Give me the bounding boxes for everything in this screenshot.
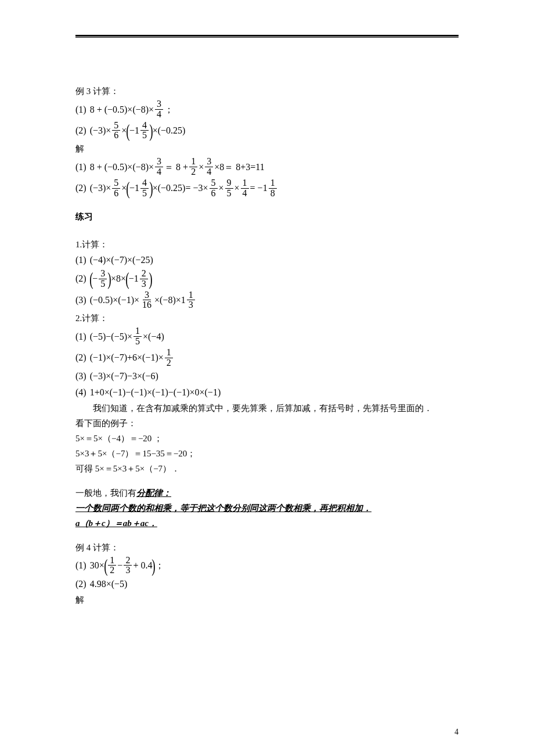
right-paren-icon: ) — [149, 269, 152, 288]
left-paren-icon: ( — [89, 269, 93, 288]
paragraph: 一般地，我们有分配律： — [75, 486, 459, 500]
solve-label: 解 — [75, 593, 459, 607]
ex4-item2: (2) 4.98×(−5) — [75, 577, 459, 592]
label: (1) — [75, 102, 86, 117]
example4-title: 例 4 计算： — [75, 541, 459, 555]
right-paren-icon: ) — [149, 121, 153, 140]
q1-item3: (3) (−0.5)×(−1)× 316 ×(−8)×1 13 — [75, 290, 459, 311]
right-paren-icon: ) — [152, 556, 156, 575]
fraction: 5 6 — [112, 121, 120, 141]
expr: 8 + (−0.5)×(−8)× — [90, 102, 154, 117]
ex3-item2: (2) (−3)× 5 6 × ( −1 4 5 ) ×(−0.25) — [75, 121, 459, 141]
q2-item2: (2) (−1)×(−7)+6×(−1)× 12 — [75, 348, 459, 368]
emphasis: 分配律： — [136, 488, 171, 498]
page: 例 3 计算： (1) 8 + (−0.5)×(−8)× 3 4 ； (2) (… — [0, 0, 534, 756]
ex3-sol2: (2) (−3)× 56 × ( −1 45 ) ×(−0.25)= −3× 5… — [75, 178, 459, 199]
right-paren-icon: ) — [107, 269, 111, 288]
page-number: 4 — [454, 726, 459, 739]
solve-label: 解 — [75, 142, 459, 156]
paragraph: 我们知道，在含有加减乘的算式中，要先算乘，后算加减，有括号时，先算括号里面的． — [75, 401, 459, 415]
left-paren-icon: ( — [127, 121, 130, 140]
right-paren-icon: ) — [149, 179, 153, 197]
fraction: 3 4 — [155, 99, 163, 120]
q1-title: 1.计算： — [75, 237, 459, 251]
distributive-law-text: 一个数同两个数的和相乘，等于把这个数分别同这两个数相乘，再把积相加． — [75, 501, 459, 515]
label: (2) — [75, 181, 86, 196]
equation-line: 5×＝5×（−4）＝−20 ； — [75, 431, 459, 445]
ex3-sol1: (1) 8 + (−0.5)×(−8)× 34 ＝ 8 + 12 × 34 ×8… — [75, 157, 459, 177]
q2-item3: (3) (−3)×(−7)−3×(−6) — [75, 369, 459, 384]
distributive-law-formula: a（b＋c）＝ab＋ac． — [75, 516, 459, 530]
left-paren-icon: ( — [127, 179, 130, 197]
q1-item1: (1) (−4)×(−7)×(−25) — [75, 253, 459, 268]
q2-item1: (1) (−5)−(−5)× 15 ×(−4) — [75, 326, 459, 347]
ex4-item1: (1) 30× ( 12 − 23 + 0.4 ) ； — [75, 556, 459, 576]
label: (2) — [75, 123, 86, 138]
ex3-item1: (1) 8 + (−0.5)×(−8)× 3 4 ； — [75, 99, 459, 120]
example3-title: 例 3 计算： — [75, 84, 459, 98]
q2-title: 2.计算： — [75, 311, 459, 325]
tail: ； — [164, 102, 174, 117]
left-paren-icon: ( — [104, 556, 107, 575]
fraction: 4 5 — [140, 121, 149, 141]
q1-item2: (2) ( − 35 ) ×8× ( −1 23 ) — [75, 269, 459, 289]
q2-item4: (4) 1+0×(−1)−(−1)×(−1)−(−1)×0×(−1) — [75, 385, 459, 400]
paragraph: 看下面的例子： — [75, 416, 459, 430]
horizontal-rule — [75, 35, 459, 38]
practice-heading: 练习 — [75, 210, 459, 224]
equation-line: 5×3＋5×（−7）＝15−35＝−20； — [75, 447, 459, 460]
left-paren-icon: ( — [125, 269, 129, 288]
equation-line: 可得 5×＝5×3＋5×（−7）． — [75, 462, 459, 476]
label: (1) — [75, 160, 86, 175]
